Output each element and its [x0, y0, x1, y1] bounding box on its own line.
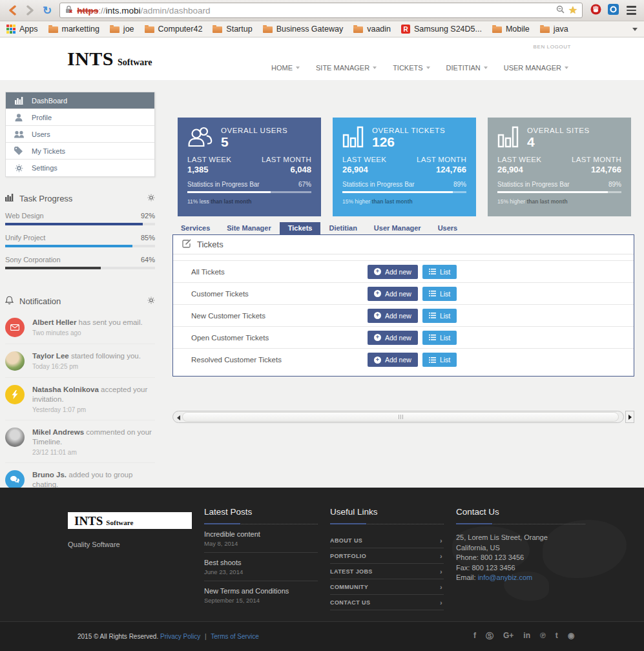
list-button[interactable]: List	[422, 331, 457, 345]
sidebar-item-my-tickets[interactable]: My Tickets	[6, 143, 154, 160]
sidebar-item-users[interactable]: Users	[6, 126, 154, 143]
bookmark-folder[interactable]: marketting	[48, 25, 99, 34]
tab-services[interactable]: Services	[172, 222, 218, 234]
add-new-button[interactable]: +Add new	[368, 287, 418, 301]
reload-icon[interactable]: ↻	[43, 5, 52, 16]
gear-icon[interactable]	[147, 194, 155, 203]
tab-tickets[interactable]: Tickets	[280, 222, 321, 234]
scroll-left-icon[interactable]	[177, 415, 180, 420]
footer-logo[interactable]: INTS Software	[68, 512, 192, 529]
list-button[interactable]: List	[422, 287, 457, 301]
stat-cards: OVERALL USERS 5 LAST WEEK1,385 LAST MONT…	[178, 118, 631, 216]
chevron-down-icon	[296, 67, 300, 69]
card-overall-tickets: OVERALL TICKETS 126 LAST WEEK26,904 LAST…	[333, 118, 476, 216]
notification-item[interactable]: Mikel Andrews commented on your Timeline…	[5, 420, 155, 463]
add-new-button[interactable]: +Add new	[368, 331, 418, 345]
bookmark-folder[interactable]: java	[540, 25, 568, 34]
widget-title: Notification	[19, 296, 61, 306]
google-plus-icon[interactable]: G+	[503, 631, 514, 642]
extension-icon[interactable]	[608, 4, 619, 17]
nav-tickets[interactable]: TICKETS	[393, 64, 430, 72]
bookmark-folder[interactable]: Computer42	[145, 25, 203, 34]
avatar	[5, 351, 25, 371]
nav-home[interactable]: HOME	[271, 64, 300, 72]
notification-item[interactable]: Taylor Lee started following you. Today …	[5, 344, 155, 378]
linkedin-icon[interactable]: in	[523, 631, 530, 642]
list-icon	[429, 313, 436, 318]
chevron-down-icon	[484, 67, 488, 69]
nav-user-manager[interactable]: USER MANAGER	[504, 64, 568, 72]
list-button[interactable]: List	[422, 309, 457, 323]
zoom-icon[interactable]	[556, 5, 565, 16]
notification-item[interactable]: Natasha Kolnikova accepted your invitati…	[5, 378, 155, 420]
chevron-down-icon	[565, 67, 568, 69]
post-item[interactable]: Incredible content May 8, 2014	[204, 524, 318, 553]
footer-link-portfolio[interactable]: PORTFOLIO›	[330, 548, 444, 564]
bookmark-samsung[interactable]: RSamsung S24D5...	[401, 25, 482, 34]
pinterest-icon[interactable]: ℗	[540, 631, 546, 642]
bookmark-folder[interactable]: joe	[110, 25, 134, 34]
footer-link-community[interactable]: COMMUNITY›	[330, 579, 444, 595]
footer-link-about[interactable]: ABOUT US›	[330, 533, 444, 548]
list-button[interactable]: List	[422, 353, 457, 367]
sidebar-menu: DashBoard Profile Users My Tickets Setti…	[5, 92, 155, 177]
back-icon[interactable]	[6, 4, 18, 17]
progress-track	[5, 245, 155, 247]
scrollbar-thumb[interactable]	[182, 412, 619, 422]
list-icon	[429, 335, 436, 340]
bookmark-folder[interactable]: Startup	[213, 25, 252, 34]
forward-icon[interactable]	[25, 4, 36, 17]
bookmark-folder[interactable]: vaadin	[353, 25, 391, 34]
menu-icon[interactable]	[625, 5, 638, 16]
bookmark-apps[interactable]: Apps	[6, 25, 38, 34]
bookmark-folder[interactable]: Business Gateway	[263, 25, 344, 34]
url-scheme: https	[77, 6, 98, 16]
skype-icon[interactable]: Ⓢ	[486, 631, 493, 642]
stop-hand-icon[interactable]	[590, 4, 601, 17]
progress-fill	[497, 191, 608, 193]
bookmark-star-icon[interactable]: ★	[568, 5, 577, 16]
footer-heading: Useful Links	[330, 507, 444, 517]
progress-track	[342, 191, 466, 193]
post-item[interactable]: New Terms and Conditions September 15, 2…	[204, 581, 318, 609]
task-row: Web Design92%	[5, 212, 155, 225]
tab-users[interactable]: Users	[430, 222, 466, 234]
sidebar-item-profile[interactable]: Profile	[6, 109, 154, 126]
twitter-icon[interactable]: t	[556, 631, 558, 642]
bookmarks-overflow-icon[interactable]	[632, 28, 638, 31]
scroll-right-button[interactable]	[625, 411, 634, 423]
add-new-button[interactable]: +Add new	[368, 353, 418, 367]
nav-site-manager[interactable]: SITE MANAGER	[316, 64, 377, 72]
facebook-icon[interactable]: f	[473, 631, 476, 642]
gear-icon[interactable]	[147, 296, 155, 306]
url-path: /admin/dashboard	[141, 6, 211, 16]
progress-track	[187, 191, 311, 193]
contact-phone: Phone: 800 123 3456	[456, 553, 585, 563]
tickets-rows: All Tickets +Add new List Customer Ticke…	[173, 260, 634, 371]
scrollbar-track[interactable]	[172, 411, 624, 423]
footer-link-latest-jobs[interactable]: LATEST JOBS›	[330, 564, 444, 579]
sidebar-item-dashboard[interactable]: DashBoard	[6, 92, 154, 109]
terms-of-service-link[interactable]: Terms of Service	[211, 633, 258, 640]
list-icon	[429, 357, 436, 363]
add-new-button[interactable]: +Add new	[368, 309, 418, 323]
user-logout-link[interactable]: BEN LOGOUT	[534, 44, 571, 50]
email-link[interactable]: info@anybiz.com	[478, 574, 533, 581]
chevron-down-icon	[373, 67, 377, 69]
list-button[interactable]: List	[422, 265, 457, 279]
address-bar[interactable]: https://ints.mobi/admin/dashboard ★	[59, 3, 583, 18]
tab-dietitian[interactable]: Dietitian	[320, 222, 365, 234]
tab-user-manager[interactable]: User Manager	[366, 222, 430, 234]
nav-dietitian[interactable]: DIETITIAN	[446, 64, 488, 72]
privacy-policy-link[interactable]: Privacy Policy	[160, 633, 200, 640]
bookmark-folder[interactable]: Mobile	[492, 25, 530, 34]
post-item[interactable]: Best shoots June 23, 2014	[204, 553, 318, 581]
tab-site-manager[interactable]: Site Manager	[218, 222, 279, 234]
sidebar-item-settings[interactable]: Settings	[6, 160, 154, 176]
site-logo[interactable]: INTS Software	[67, 48, 152, 70]
dribbble-icon[interactable]: ◉	[568, 631, 574, 642]
footer-link-contact[interactable]: CONTACT US›	[330, 595, 444, 610]
add-new-button[interactable]: +Add new	[368, 265, 418, 279]
notification-item[interactable]: Albert Heller has sent you email. Two mi…	[5, 311, 155, 344]
chevron-down-icon	[426, 67, 430, 69]
